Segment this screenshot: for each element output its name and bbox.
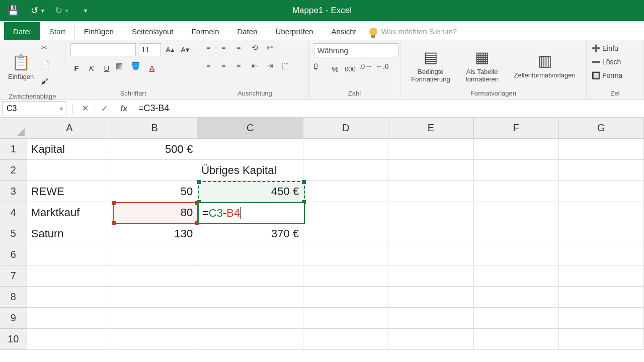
cell[interactable] bbox=[27, 287, 112, 308]
cell-a2[interactable] bbox=[27, 160, 112, 181]
comma-format-icon[interactable]: 000 bbox=[344, 62, 356, 75]
cell[interactable] bbox=[388, 202, 473, 223]
enter-formula-button[interactable]: ✓ bbox=[95, 101, 114, 116]
cell[interactable] bbox=[303, 181, 388, 202]
format-painter-icon[interactable]: 🖌 bbox=[41, 77, 53, 90]
cell[interactable] bbox=[559, 265, 644, 287]
row-header[interactable]: 6 bbox=[0, 244, 27, 265]
cell[interactable] bbox=[388, 139, 473, 160]
cell[interactable] bbox=[303, 329, 388, 350]
cell[interactable] bbox=[474, 308, 559, 329]
cell[interactable] bbox=[559, 287, 644, 308]
cell[interactable] bbox=[559, 202, 644, 223]
decrease-indent-icon[interactable]: ⇤ bbox=[252, 61, 264, 74]
row-header[interactable]: 9 bbox=[0, 308, 27, 329]
cell-c2[interactable]: Übriges Kapital bbox=[197, 160, 303, 181]
cell[interactable] bbox=[388, 160, 473, 181]
insert-function-button[interactable]: fx bbox=[114, 101, 133, 116]
cell[interactable] bbox=[112, 329, 197, 350]
cell[interactable] bbox=[112, 244, 197, 265]
increase-indent-icon[interactable]: ⇥ bbox=[267, 61, 279, 74]
cell[interactable] bbox=[197, 308, 303, 329]
column-header-d[interactable]: D bbox=[303, 118, 388, 139]
cell[interactable] bbox=[474, 244, 559, 265]
cell-a4[interactable]: Marktkauf bbox=[27, 202, 112, 223]
cell[interactable] bbox=[303, 223, 388, 244]
row-header[interactable]: 5 bbox=[0, 223, 27, 244]
undo-icon[interactable]: ↺▾ bbox=[30, 4, 44, 18]
select-all-corner[interactable] bbox=[0, 118, 27, 139]
tab-home[interactable]: Start bbox=[40, 22, 75, 40]
cell[interactable] bbox=[112, 308, 197, 329]
cell-b1[interactable]: 500 € bbox=[112, 139, 197, 160]
delete-cells-button[interactable]: ➖ Lösch bbox=[592, 57, 638, 67]
active-edit-cell-c4[interactable]: =C3-B4 bbox=[198, 202, 305, 224]
cell[interactable] bbox=[474, 223, 559, 244]
row-header[interactable]: 3 bbox=[0, 181, 27, 202]
cell[interactable] bbox=[559, 160, 644, 181]
paste-button[interactable]: 📋 Einfügen bbox=[5, 51, 37, 82]
format-as-table-button[interactable]: ▦Als Tabelle formatieren bbox=[462, 46, 502, 85]
cell[interactable] bbox=[474, 139, 559, 160]
cell-b5[interactable]: 130 bbox=[112, 223, 197, 244]
cell[interactable] bbox=[388, 181, 473, 202]
column-header-g[interactable]: G bbox=[559, 118, 644, 139]
tell-me-search[interactable]: Was möchten Sie tun? bbox=[365, 22, 461, 40]
cell-styles-button[interactable]: ▥Zellenformatvorlagen bbox=[511, 50, 579, 81]
bold-button[interactable]: F bbox=[70, 61, 83, 74]
cell[interactable] bbox=[303, 308, 388, 329]
cell[interactable] bbox=[112, 265, 197, 287]
cell[interactable] bbox=[303, 202, 388, 223]
tab-review[interactable]: Überprüfen bbox=[267, 22, 323, 40]
cell[interactable] bbox=[474, 287, 559, 308]
format-cells-button[interactable]: 🔲 Forma bbox=[592, 70, 638, 81]
insert-cells-button[interactable]: ➕ Einfü bbox=[592, 43, 638, 54]
font-family-select[interactable] bbox=[70, 43, 136, 56]
increase-font-icon[interactable]: A▴ bbox=[164, 43, 176, 56]
column-header-f[interactable]: F bbox=[474, 118, 559, 139]
align-middle-icon[interactable]: ≡ bbox=[221, 43, 233, 56]
increase-decimal-icon[interactable]: .0→ bbox=[359, 62, 372, 75]
cell[interactable] bbox=[388, 287, 473, 308]
row-header[interactable]: 2 bbox=[0, 160, 27, 181]
cell[interactable] bbox=[27, 244, 112, 265]
cell[interactable] bbox=[388, 223, 473, 244]
font-color-icon[interactable]: A bbox=[146, 61, 158, 74]
cell[interactable] bbox=[559, 181, 644, 202]
cell[interactable] bbox=[197, 244, 303, 265]
cut-icon[interactable]: ✂ bbox=[41, 43, 53, 56]
cell[interactable] bbox=[303, 244, 388, 265]
cell[interactable] bbox=[474, 160, 559, 181]
cell[interactable] bbox=[27, 329, 112, 350]
cell[interactable] bbox=[388, 265, 473, 287]
cell[interactable] bbox=[474, 181, 559, 202]
align-left-icon[interactable]: ≡ bbox=[206, 61, 218, 74]
cell-b3[interactable]: 50 bbox=[112, 181, 197, 202]
cell[interactable] bbox=[27, 308, 112, 329]
cell-a1[interactable]: Kapital bbox=[27, 139, 112, 160]
cell-a5[interactable]: Saturn bbox=[27, 223, 112, 244]
cell[interactable] bbox=[559, 244, 644, 265]
orientation-icon[interactable]: ⟲ bbox=[252, 43, 264, 56]
row-header[interactable]: 10 bbox=[0, 329, 27, 350]
tab-file[interactable]: Datei bbox=[4, 22, 40, 40]
cell[interactable] bbox=[197, 329, 303, 350]
cell[interactable] bbox=[474, 329, 559, 350]
row-header[interactable]: 1 bbox=[0, 139, 27, 160]
cell[interactable] bbox=[303, 265, 388, 287]
underline-button[interactable]: U bbox=[101, 61, 113, 74]
name-box[interactable]: C3 bbox=[2, 101, 66, 116]
cell[interactable] bbox=[112, 287, 197, 308]
spreadsheet-grid[interactable]: A B C D E F G 1 Kapital 500 € 2 Übriges … bbox=[0, 118, 644, 350]
cell[interactable] bbox=[474, 265, 559, 287]
cell-c1[interactable] bbox=[197, 139, 303, 160]
tab-formulas[interactable]: Formeln bbox=[183, 22, 228, 40]
row-header[interactable]: 7 bbox=[0, 265, 27, 287]
cell-c5[interactable]: 370 € bbox=[197, 223, 303, 244]
decrease-font-icon[interactable]: A▾ bbox=[179, 43, 191, 56]
tab-pagelayout[interactable]: Seitenlayout bbox=[123, 22, 183, 40]
cell[interactable] bbox=[388, 244, 473, 265]
cancel-formula-button[interactable]: ✕ bbox=[76, 101, 95, 116]
column-header-b[interactable]: B bbox=[112, 118, 197, 139]
conditional-formatting-button[interactable]: ▤Bedingte Formatierung bbox=[408, 46, 453, 85]
